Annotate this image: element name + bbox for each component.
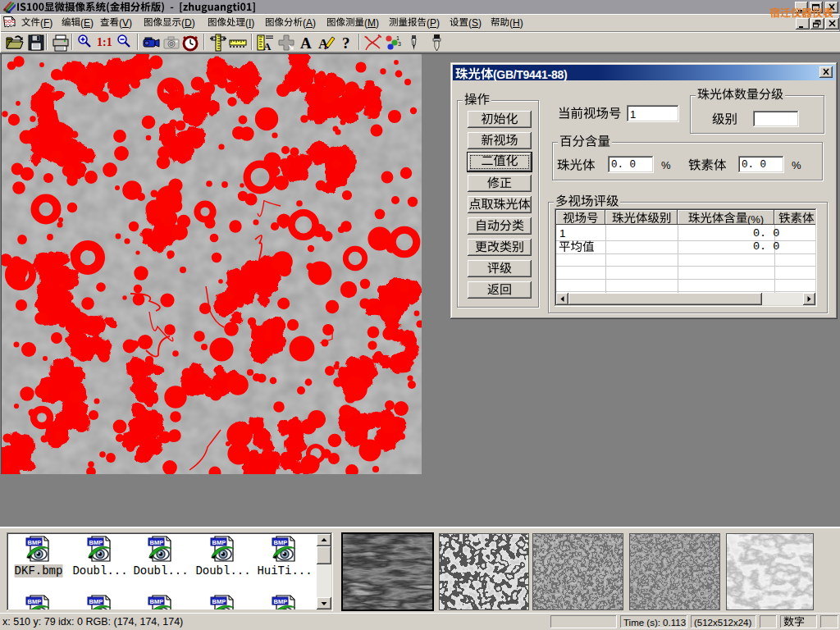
svg-text:A: A <box>300 34 312 52</box>
svg-text:BMP: BMP <box>274 539 288 546</box>
svg-text:BMP: BMP <box>212 598 226 605</box>
svg-text:BMP: BMP <box>212 539 226 546</box>
svg-text:BMP: BMP <box>28 598 42 605</box>
svg-text:?: ? <box>342 34 350 52</box>
svg-text:BMP: BMP <box>28 539 42 546</box>
svg-text:A: A <box>263 40 272 52</box>
svg-text:DOC: DOC <box>4 19 16 24</box>
svg-text:BMP: BMP <box>89 539 103 546</box>
svg-text:1:1: 1:1 <box>97 36 112 48</box>
svg-text:3: 3 <box>398 41 401 47</box>
svg-text:BMP: BMP <box>89 598 103 605</box>
svg-text:BMP: BMP <box>150 598 164 605</box>
svg-text:1: 1 <box>396 35 399 41</box>
svg-text:BMP: BMP <box>274 598 288 605</box>
svg-text:BMP: BMP <box>150 539 164 546</box>
